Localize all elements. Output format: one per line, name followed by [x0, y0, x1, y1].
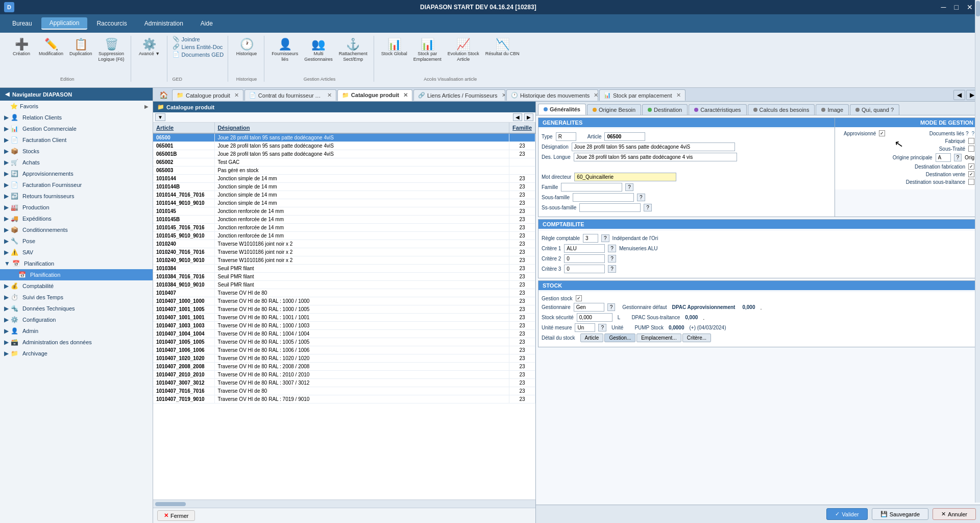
gestionnaire-input[interactable]: [574, 303, 604, 312]
sidebar-item-expeditions[interactable]: ▶ 🚚 Expéditions: [0, 213, 153, 224]
sous-famille-help[interactable]: ?: [637, 194, 645, 201]
table-row[interactable]: 1010407_1001_1001Traverse OV HI de 80 RA…: [153, 314, 535, 322]
rattachement-button[interactable]: ⚓ RattachementSect/Emp: [337, 36, 370, 64]
table-row[interactable]: 065002Test GAC: [153, 158, 535, 167]
sous-traite-checkbox[interactable]: [968, 146, 974, 152]
menu-administration[interactable]: Administration: [136, 18, 191, 29]
gestion-stock-checkbox[interactable]: [576, 295, 582, 301]
table-row[interactable]: 1010407_3007_3012Traverse OV HI de 80 RA…: [153, 379, 535, 387]
catalog-scroll-left[interactable]: ◀: [513, 113, 522, 121]
table-row[interactable]: 1010407Traverse OV HI de 8023: [153, 289, 535, 297]
regle-help[interactable]: ?: [601, 234, 609, 242]
table-row[interactable]: 1010407_1004_1004Traverse OV HI de 80 RA…: [153, 330, 535, 338]
approv-checkbox[interactable]: [879, 130, 885, 136]
menu-aide[interactable]: Aide: [192, 18, 221, 29]
tab-catalog-2-close[interactable]: ✕: [403, 92, 408, 99]
sidebar-item-admin[interactable]: ▶ 👤 Admin: [0, 325, 153, 337]
suppression-button[interactable]: 🗑️ SuppressionLogique (F6): [96, 36, 127, 64]
tab-historique-mouvements[interactable]: 🕐 Historique des mouvements ✕: [506, 89, 598, 101]
table-row[interactable]: 065003Pas géré en stock: [153, 167, 535, 175]
critere2-input[interactable]: [564, 254, 605, 263]
stock-par-emplacement-button[interactable]: 📊 Stock parEmplacement: [411, 36, 444, 64]
sidebar-item-relation-clients[interactable]: ▶ 👤 Relation Clients: [0, 112, 153, 123]
table-row[interactable]: 1010144BJonction simple de 14 mm23: [153, 183, 535, 191]
detail-tab-calculs[interactable]: Calculs des besoins: [748, 104, 815, 115]
article-input[interactable]: [604, 132, 645, 141]
table-row[interactable]: 1010145Jonction renforcée de 14 mm23: [153, 207, 535, 216]
table-row[interactable]: 1010144Jonction simple de 14 mm23: [153, 175, 535, 183]
critere2-help[interactable]: ?: [608, 255, 616, 263]
critere1-input[interactable]: [564, 244, 605, 253]
table-row[interactable]: 1010384_9010_9010Seuil PMR filant23: [153, 281, 535, 289]
valider-button[interactable]: ✓ Valider: [826, 508, 867, 520]
resultat-cbn-button[interactable]: 📉 Résultat du CBN: [483, 36, 522, 64]
des-longue-input[interactable]: [574, 153, 737, 161]
tab-contrat-close[interactable]: ✕: [327, 92, 332, 99]
detail-tab-gestion[interactable]: Gestion...: [604, 334, 635, 342]
table-row[interactable]: 1010407_1001_1005Traverse OV HI de 80 RA…: [153, 305, 535, 314]
avance-button[interactable]: ⚙️ Avancé ▼: [136, 36, 163, 59]
docs-lies-link[interactable]: ?: [971, 131, 974, 136]
table-row[interactable]: 1010384_7016_7016Seuil PMR filant23: [153, 273, 535, 281]
maximize-button[interactable]: □: [951, 3, 962, 11]
mot-directeur-input[interactable]: [574, 173, 676, 181]
duplication-button[interactable]: 📋 Duplication: [67, 36, 94, 64]
table-row[interactable]: 1010144_9010_9010Jonction simple de 14 m…: [153, 199, 535, 207]
table-row[interactable]: 1010240_9010_9010Traverse W1010186 joint…: [153, 256, 535, 265]
menu-application[interactable]: Application: [41, 17, 88, 30]
famille-input[interactable]: [561, 183, 622, 192]
dest-fab-checkbox[interactable]: [968, 163, 974, 170]
tab-stock-close[interactable]: ✕: [676, 92, 681, 99]
table-row[interactable]: 065001BJoue 28 profil talon 95 sans patt…: [153, 150, 535, 158]
creation-button[interactable]: ➕ Création: [8, 36, 35, 64]
sidebar-item-configuration[interactable]: ▶ ⚙️ Configuration: [0, 314, 153, 325]
detail-tab-critere[interactable]: Critère...: [682, 334, 711, 342]
table-row[interactable]: 1010407_1000_1000Traverse OV HI de 80 RA…: [153, 297, 535, 305]
table-row[interactable]: 1010145_7016_7016Jonction renforcée de 1…: [153, 224, 535, 232]
fournisseurs-lies-button[interactable]: 👤 Fournisseursliés: [270, 36, 300, 64]
detail-tab-caracteristiques[interactable]: Caractéristiques: [689, 104, 746, 115]
tab-liens-close[interactable]: ✕: [502, 92, 505, 99]
sidebar-item-pose[interactable]: ▶ 🔧 Pose: [0, 235, 153, 247]
unite-help[interactable]: ?: [598, 324, 606, 331]
sidebar-item-favoris[interactable]: ⭐ Favoris ▶: [0, 101, 153, 112]
table-row[interactable]: 1010145_9010_9010Jonction renforcée de 1…: [153, 232, 535, 240]
origine-principale-input[interactable]: [936, 153, 951, 162]
tab-nav-prev[interactable]: ◀: [953, 90, 965, 100]
sidebar-item-planification-sub[interactable]: 📅 Planification: [0, 269, 153, 280]
sous-famille-input[interactable]: [573, 193, 634, 202]
fermer-button[interactable]: ✕ Fermer: [157, 510, 195, 521]
sidebar-item-suivi-temps[interactable]: ▶ ⏱️ Suivi des Temps: [0, 292, 153, 303]
catalog-filter-button[interactable]: ▼: [155, 113, 165, 121]
detail-tab-article[interactable]: Article: [580, 334, 604, 342]
sidebar-item-sav[interactable]: ▶ ⚠️ SAV: [0, 247, 153, 258]
tab-catalog-1-close[interactable]: ✕: [234, 92, 239, 99]
hscroll-thumb[interactable]: [155, 502, 186, 506]
joindre-button[interactable]: 📎 Joindre: [173, 36, 224, 42]
catalog-scroll-right[interactable]: ▶: [524, 113, 533, 121]
stock-global-button[interactable]: 📊 Stock Global: [379, 36, 409, 64]
evolution-stock-button[interactable]: 📈 Evolution StockArticle: [446, 36, 481, 64]
table-row[interactable]: 1010384Seuil PMR filant23: [153, 265, 535, 273]
table-row[interactable]: 1010407_1020_1020Traverse OV HI de 80 RA…: [153, 354, 535, 363]
table-row[interactable]: 1010407_1005_1005Traverse OV HI de 80 RA…: [153, 338, 535, 346]
sidebar-item-retours[interactable]: ▶ ↩️ Retours fournisseurs: [0, 191, 153, 202]
sidebar-item-planification[interactable]: ▼ 📅 Planification: [0, 258, 153, 269]
table-row[interactable]: 1010407_7016_7016Traverse OV HI de 8023: [153, 387, 535, 395]
table-row[interactable]: 1010407_2008_2008Traverse OV HI de 80 RA…: [153, 363, 535, 371]
detail-tab-generalites[interactable]: Généralités: [538, 104, 586, 115]
menu-bureau[interactable]: Bureau: [4, 18, 40, 29]
menu-raccourcis[interactable]: Raccourcis: [88, 18, 135, 29]
table-row[interactable]: 1010144_7016_7016Jonction simple de 14 m…: [153, 191, 535, 199]
right-scrollbar[interactable]: [975, 102, 980, 503]
tab-histo-close[interactable]: ✕: [594, 92, 598, 99]
sidebar-item-production[interactable]: ▶ 🏭 Production: [0, 202, 153, 213]
table-row[interactable]: 1010407_1003_1003Traverse OV HI de 80 RA…: [153, 322, 535, 330]
critere1-help[interactable]: ?: [608, 245, 616, 252]
documents-ged-button[interactable]: 📄 Documents GED: [173, 51, 224, 58]
col-header-famille[interactable]: Famille: [509, 123, 535, 133]
historique-button[interactable]: 🕐 Historique: [233, 36, 260, 59]
tab-home-button[interactable]: 🏠: [155, 89, 172, 101]
catalog-hscrollbar[interactable]: [153, 500, 535, 508]
minimize-button[interactable]: ─: [938, 3, 949, 11]
